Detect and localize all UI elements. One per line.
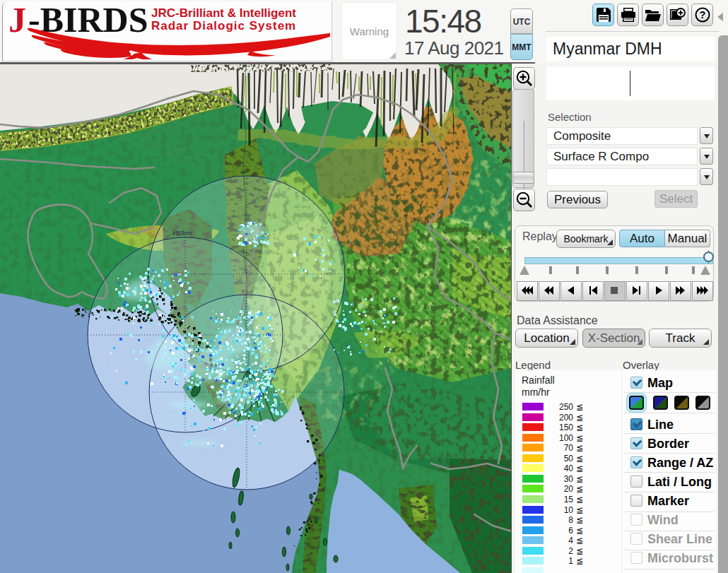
svg-text:?: ? [699,9,705,20]
svg-text:Radar Dialogic System: Radar Dialogic System [151,19,296,33]
svg-text:JRC-Brilliant & Intelligent: JRC-Brilliant & Intelligent [151,6,296,20]
svg-text:J: J [8,1,26,40]
svg-text:450km: 450km [172,229,192,237]
